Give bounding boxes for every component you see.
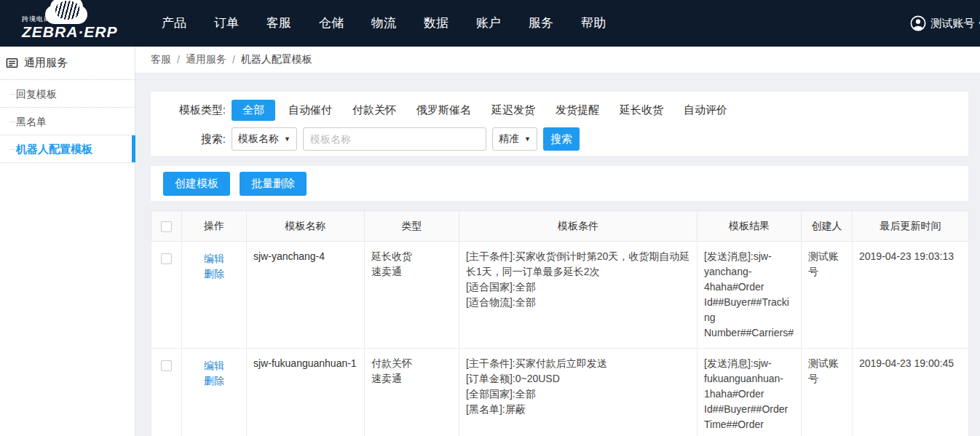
delete-link[interactable]: 删除 [204,268,224,280]
nav-item-warehouse[interactable]: 仓储 [305,0,357,47]
user-menu[interactable]: 测试账号 ▾ [910,0,979,47]
template-condition-cell: [主干条件]:买家收货倒计时第20天，收货期自动延长1天，同一订单最多延长2次 … [459,242,698,349]
header-type: 类型 [365,211,459,242]
toolbar: 创建模板 批量删除 [151,166,968,201]
template-type-label: 模板类型: [151,103,226,117]
row-actions-cell: 编辑 删除 [182,349,247,436]
filter-panel: 模板类型: 全部 自动催付 付款关怀 俄罗斯催名 延迟发货 发货提醒 延长收货 … [151,92,968,156]
nav-item-logistics[interactable]: 物流 [357,0,410,47]
main-menu: 产品 订单 客服 仓储 物流 数据 账户 服务 帮助 [148,0,620,47]
type-tab-auto-review[interactable]: 自动评价 [676,100,735,121]
nav-item-orders[interactable]: 订单 [200,0,253,47]
template-condition-cell: [主干条件]:买家付款后立即发送 [订单金额]:0~20USD [全部国家]:全… [459,349,698,436]
search-button[interactable]: 搜索 [543,127,580,151]
header-result: 模板结果 [698,211,802,242]
template-table-panel: 操作 模板名称 类型 模板条件 模板结果 创建人 最后更新时间 编辑 删除 [151,210,968,436]
nav-item-services[interactable]: 服务 [515,0,567,47]
header-checkbox-cell [151,211,182,242]
header-updated: 最后更新时间 [853,211,969,242]
header-creator: 创建人 [802,211,853,242]
breadcrumb-general-service[interactable]: 通用服务 [186,53,226,66]
sidebar-item-reply-template[interactable]: 回复模板 [0,80,135,108]
type-tab-delayed-shipping[interactable]: 延迟发货 [484,100,542,121]
template-type-cell: 延长收货 速卖通 [365,242,459,349]
search-field-select[interactable]: 模板名称 ▼ [232,127,297,151]
row-actions-cell: 编辑 删除 [182,242,247,349]
select-caret-icon: ▼ [284,135,291,143]
creator-cell: 测试账号 [802,242,853,349]
search-label: 搜索: [151,132,226,146]
top-navigation-bar: 跨境电商 ZEBRA·ERP 产品 订单 客服 仓储 物流 数据 账户 服务 帮… [0,0,980,47]
updated-time-cell: 2019-04-23 19:00:45 [853,349,969,436]
table-row: 编辑 删除 sjw-yanchang-4 延长收货 速卖通 [主干条件]:买家收… [151,242,969,349]
logo-title: ZEBRA·ERP [22,24,118,40]
row-checkbox-cell [151,242,182,349]
nav-item-customer-service[interactable]: 客服 [253,0,305,47]
match-mode-select[interactable]: 精准 ▼ [492,127,537,151]
template-result-cell: [发送消息]:sjw-fukuanguanhuan-1haha#Order Id… [698,349,802,436]
row-checkbox-cell [151,349,182,436]
nav-item-data[interactable]: 数据 [410,0,462,47]
header-name: 模板名称 [247,211,365,242]
create-template-button[interactable]: 创建模板 [163,172,230,196]
user-name: 测试账号 [930,17,974,31]
breadcrumb-separator: / [177,54,180,66]
template-table: 操作 模板名称 类型 模板条件 模板结果 创建人 最后更新时间 编辑 删除 [151,210,969,436]
breadcrumb: 客服 / 通用服务 / 机器人配置模板 [135,47,980,74]
creator-cell: 测试账号 [802,349,853,436]
select-all-checkbox[interactable] [161,221,172,232]
template-result-cell: [发送消息]:sjw-yanchang-4haha#Order Id##Buye… [698,242,802,349]
header-condition: 模板条件 [459,211,698,242]
sidebar-item-blacklist[interactable]: 黑名单 [0,108,135,135]
type-tab-payment-care[interactable]: 付款关怀 [345,100,403,121]
user-avatar-icon [910,15,926,31]
search-row: 搜索: 模板名称 ▼ 精准 ▼ 搜索 [151,127,968,151]
sidebar-header: 通用服务 [0,47,135,80]
template-type-tabs: 全部 自动催付 付款关怀 俄罗斯催名 延迟发货 发货提醒 延长收货 自动评价 [232,100,740,121]
template-name-cell: sjw-yanchang-4 [247,242,365,349]
menu-list-icon [6,57,18,69]
select-caret-icon: ▼ [524,135,531,143]
batch-delete-button[interactable]: 批量删除 [240,172,307,196]
row-checkbox[interactable] [161,360,172,371]
template-type-cell: 付款关怀 速卖通 [365,349,459,436]
nav-item-account[interactable]: 账户 [462,0,515,47]
table-row: 编辑 删除 sjw-fukuanguanhuan-1 付款关怀 速卖通 [主干条… [151,349,969,436]
breadcrumb-customer-service[interactable]: 客服 [151,53,171,66]
type-tab-auto-payment-reminder[interactable]: 自动催付 [281,100,339,121]
delete-link[interactable]: 删除 [204,375,224,387]
template-type-row: 模板类型: 全部 自动催付 付款关怀 俄罗斯催名 延迟发货 发货提醒 延长收货 … [151,100,968,121]
nav-item-help[interactable]: 帮助 [567,0,620,47]
app-logo[interactable]: 跨境电商 ZEBRA·ERP [0,0,135,47]
type-tab-all[interactable]: 全部 [232,100,275,121]
type-tab-russia-reminder[interactable]: 俄罗斯催名 [409,100,478,121]
row-checkbox[interactable] [161,253,172,264]
updated-time-cell: 2019-04-23 19:03:13 [853,242,969,349]
table-header-row: 操作 模板名称 类型 模板条件 模板结果 创建人 最后更新时间 [151,211,969,242]
sidebar: 通用服务 回复模板 黑名单 机器人配置模板 [0,47,135,436]
header-op: 操作 [182,211,247,242]
main-content: 客服 / 通用服务 / 机器人配置模板 模板类型: 全部 自动催付 付款关怀 俄… [135,47,980,436]
breadcrumb-separator: / [232,54,235,66]
sidebar-item-robot-template[interactable]: 机器人配置模板 [0,135,135,163]
nav-item-products[interactable]: 产品 [148,0,200,47]
breadcrumb-current-page: 机器人配置模板 [241,53,312,66]
edit-link[interactable]: 编辑 [204,253,224,264]
template-name-cell: sjw-fukuanguanhuan-1 [247,349,365,436]
edit-link[interactable]: 编辑 [204,360,224,371]
type-tab-shipping-notice[interactable]: 发货提醒 [548,100,606,121]
sidebar-menu: 回复模板 黑名单 机器人配置模板 [0,80,135,163]
type-tab-extend-receipt[interactable]: 延长收货 [612,100,671,121]
sidebar-header-label: 通用服务 [24,56,68,70]
search-input[interactable] [303,127,486,151]
